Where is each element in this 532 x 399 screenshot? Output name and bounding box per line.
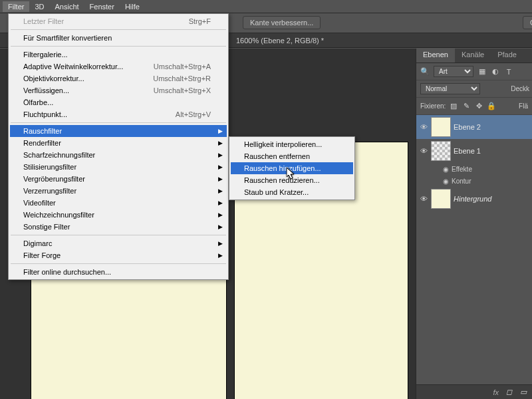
menu-separator	[11, 122, 226, 123]
menu-videofilter[interactable]: Videofilter▶	[10, 197, 227, 209]
document-tab[interactable]: 1600% (Ebene 2, RGB/8) *	[229, 35, 331, 47]
menu-verfluessigen[interactable]: Verflüssigen...Umschalt+Strg+X	[10, 84, 227, 96]
lock-pixels-icon[interactable]: ✎	[462, 102, 471, 111]
search-icon: 🔍	[420, 67, 430, 76]
layer-effect-kontur[interactable]: ◉ Kontur	[416, 175, 532, 187]
menu-filtergalerie[interactable]: Filtergalerie...	[10, 49, 227, 61]
tab-kanale[interactable]: Kanäle	[455, 49, 491, 63]
submenu-rauschen-entfernen[interactable]: Rauschen entfernen	[231, 150, 353, 162]
submenu-arrow-icon: ▶	[218, 164, 223, 170]
submenu-arrow-icon: ▶	[218, 152, 223, 158]
kante-verbessern-button[interactable]: Kante verbessern...	[243, 16, 321, 29]
submenu-arrow-icon: ▶	[218, 188, 223, 194]
effects-label: Effekte	[452, 166, 472, 173]
layer-name[interactable]: Ebene 1	[454, 147, 481, 155]
menu-oelfarbe[interactable]: Ölfarbe...	[10, 96, 227, 108]
tab-ebenen[interactable]: Ebenen	[416, 49, 455, 63]
layer-row-ebene-1[interactable]: 👁 Ebene 1	[416, 139, 532, 163]
lock-label: Fixieren:	[420, 102, 446, 110]
menu-fluchtpunkt[interactable]: Fluchtpunkt...Alt+Strg+V	[10, 108, 227, 120]
menubar: Filter 3D Ansicht Fenster Hilfe	[0, 0, 532, 13]
menu-filter-forge[interactable]: Filter Forge▶	[10, 249, 227, 261]
layers-panel-footer: fx ◻ ▭	[416, 384, 532, 399]
new-folder-icon[interactable]: ▭	[519, 388, 528, 397]
menu-filter-online[interactable]: Filter online durchsuchen...	[10, 266, 227, 278]
layer-effects-header[interactable]: ◉ Effekte	[416, 163, 532, 175]
submenu-arrow-icon: ▶	[218, 240, 223, 247]
effects-toggle-icon[interactable]: ◉	[443, 166, 449, 173]
menubar-3d[interactable]: 3D	[29, 1, 49, 12]
kontur-label: Kontur	[452, 178, 471, 185]
image-filter-icon[interactable]: ▦	[477, 67, 487, 76]
submenu-arrow-icon: ▶	[218, 252, 223, 259]
gruppe-button[interactable]: Gru	[523, 16, 532, 29]
submenu-arrow-icon: ▶	[218, 211, 223, 218]
layers-list: 👁 Ebene 2 👁 Ebene 1 ◉ Effekte ◉ Kontur 👁…	[416, 115, 532, 384]
rauschfilter-submenu: Helligkeit interpolieren... Rauschen ent…	[229, 136, 355, 200]
layer-thumbnail[interactable]	[431, 117, 451, 137]
layer-filter-row: 🔍 Art ▦ ◐ T	[416, 63, 532, 80]
panel-tabs: Ebenen Kanäle Pfade	[416, 49, 532, 63]
fx-icon[interactable]: fx	[493, 388, 499, 396]
menubar-hilfe[interactable]: Hilfe	[120, 1, 145, 12]
menu-separator	[11, 235, 226, 235]
submenu-arrow-icon: ▶	[218, 128, 223, 134]
menu-stilisierungsfilter[interactable]: Stilisierungsfilter▶	[10, 161, 227, 173]
layer-thumbnail[interactable]	[431, 141, 451, 161]
menu-vergroeberungsfilter[interactable]: Vergröberungsfilter▶	[10, 173, 227, 185]
menu-scharfzeichnungsfilter[interactable]: Scharfzeichnungsfilter▶	[10, 149, 227, 161]
tab-pfade[interactable]: Pfade	[491, 49, 523, 63]
submenu-arrow-icon: ▶	[218, 223, 223, 230]
menubar-fenster[interactable]: Fenster	[84, 1, 120, 12]
menu-smartfilter[interactable]: Für Smartfilter konvertieren	[10, 32, 227, 44]
fill-label: Flä	[519, 102, 528, 110]
menu-adaptive-weitwinkel[interactable]: Adaptive Weitwinkelkorrektur...Umschalt+…	[10, 61, 227, 72]
lock-position-icon[interactable]: ✥	[474, 102, 483, 111]
menu-weichzeichnungsfilter[interactable]: Weichzeichnungsfilter▶	[10, 209, 227, 221]
menubar-filter[interactable]: Filter	[3, 1, 29, 12]
lock-fill-row: Fixieren: ▨ ✎ ✥ 🔒 Flä	[416, 98, 532, 115]
layer-name[interactable]: Hintergrund	[454, 195, 491, 203]
menu-digimarc[interactable]: Digimarc▶	[10, 237, 227, 249]
submenu-arrow-icon: ▶	[218, 176, 223, 182]
blend-mode-select[interactable]: Normal	[420, 83, 480, 94]
menu-separator	[11, 29, 226, 30]
lock-all-icon[interactable]: 🔒	[487, 102, 496, 111]
menu-verzerrungsfilter[interactable]: Verzerrungsfilter▶	[10, 185, 227, 197]
submenu-rauschen-reduzieren[interactable]: Rauschen reduzieren...	[231, 174, 353, 186]
submenu-staub-und-kratzer[interactable]: Staub und Kratzer...	[231, 186, 353, 198]
adjustment-filter-icon[interactable]: ◐	[491, 67, 500, 76]
menu-rauschfilter[interactable]: Rauschfilter▶	[10, 125, 227, 137]
opacity-label: Deckk	[511, 85, 529, 92]
type-filter-icon[interactable]: T	[504, 67, 513, 76]
menu-letzter-filter[interactable]: Letzter FilterStrg+F	[10, 15, 227, 27]
filter-menu: Letzter FilterStrg+F Für Smartfilter kon…	[8, 13, 229, 280]
menu-separator	[11, 46, 226, 47]
layer-row-ebene-2[interactable]: 👁 Ebene 2	[416, 115, 532, 139]
layer-mask-icon[interactable]: ◻	[504, 388, 513, 397]
menu-sonstige-filter[interactable]: Sonstige Filter▶	[10, 221, 227, 233]
visibility-icon[interactable]: 👁	[419, 194, 428, 203]
blend-opacity-row: Normal Deckk	[416, 80, 532, 98]
menu-renderfilter[interactable]: Renderfilter▶	[10, 137, 227, 149]
layer-thumbnail[interactable]	[431, 189, 451, 209]
menu-separator	[11, 263, 226, 264]
visibility-icon[interactable]: 👁	[419, 146, 428, 156]
layer-name[interactable]: Ebene 2	[454, 123, 481, 131]
submenu-rauschen-hinzufuegen[interactable]: Rauschen hinzufügen...	[231, 162, 353, 174]
layer-row-hintergrund[interactable]: 👁 Hintergrund	[416, 187, 532, 211]
visibility-icon[interactable]: 👁	[419, 122, 428, 132]
menu-objektivkorrektur[interactable]: Objektivkorrektur...Umschalt+Strg+R	[10, 72, 227, 84]
menubar-ansicht[interactable]: Ansicht	[50, 1, 84, 12]
effect-visibility-icon[interactable]: ◉	[443, 178, 449, 185]
submenu-arrow-icon: ▶	[218, 140, 223, 146]
layers-panel: Ebenen Kanäle Pfade 🔍 Art ▦ ◐ T Normal D…	[416, 49, 532, 399]
layer-filter-select[interactable]: Art	[434, 66, 473, 77]
submenu-helligkeit-interpolieren[interactable]: Helligkeit interpolieren...	[231, 138, 353, 150]
submenu-arrow-icon: ▶	[218, 200, 223, 206]
lock-transparent-icon[interactable]: ▨	[449, 102, 458, 111]
